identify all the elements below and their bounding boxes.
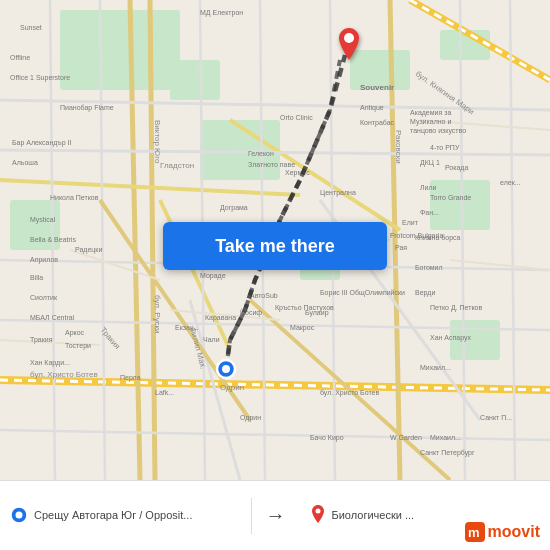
svg-text:Пианобар Flame: Пианобар Flame xyxy=(60,104,114,112)
svg-text:Макрос: Макрос xyxy=(290,324,315,332)
svg-text:Рокада: Рокада xyxy=(445,164,468,172)
svg-text:Рая: Рая xyxy=(395,244,407,251)
svg-text:бул. Христо Ботев: бул. Христо Ботев xyxy=(30,370,98,379)
svg-text:Sunset: Sunset xyxy=(20,24,42,31)
svg-text:Хан Карди...: Хан Карди... xyxy=(30,359,70,367)
svg-text:Фан...: Фан... xyxy=(420,209,439,216)
svg-text:танцово изкуство: танцово изкуство xyxy=(410,127,466,135)
svg-text:Тостери: Тостери xyxy=(65,342,91,350)
svg-text:Никола Петков: Никола Петков xyxy=(50,194,99,201)
svg-text:Перла: Перла xyxy=(120,374,141,382)
svg-text:Музикално и: Музикално и xyxy=(410,118,451,126)
svg-text:АвтоSub: АвтоSub xyxy=(250,292,278,299)
svg-text:Offline: Offline xyxy=(10,54,30,61)
svg-text:Mystical: Mystical xyxy=(30,216,56,224)
svg-point-120 xyxy=(222,365,230,373)
svg-text:Мораде: Мораде xyxy=(200,272,226,280)
svg-text:Радецки: Радецки xyxy=(75,246,102,254)
svg-text:Альоша: Альоша xyxy=(12,159,38,166)
svg-text:Лили: Лили xyxy=(420,184,437,191)
svg-text:Office 1 Superstore: Office 1 Superstore xyxy=(10,74,70,82)
svg-text:Аркос: Аркос xyxy=(65,329,85,337)
svg-text:Елит: Елит xyxy=(402,219,419,226)
svg-text:Lafk...: Lafk... xyxy=(155,389,174,396)
svg-text:Сиолтик: Сиолтик xyxy=(30,294,58,301)
svg-text:бул. Руски: бул. Руски xyxy=(153,295,162,334)
svg-text:ДКЦ 1: ДКЦ 1 xyxy=(420,159,440,167)
origin-label: Срещу Автогара Юг / Opposit... xyxy=(34,508,192,522)
take-me-there-button[interactable]: Take me there xyxy=(163,222,387,270)
destination-marker-icon xyxy=(310,505,326,527)
svg-text:Академия за: Академия за xyxy=(410,109,451,117)
svg-rect-3 xyxy=(170,60,220,100)
origin-section: Срещу Автогара Юг / Opposit... xyxy=(0,498,252,534)
origin-pin xyxy=(215,358,237,384)
svg-text:Хан Аспарух: Хан Аспарух xyxy=(430,334,472,342)
svg-text:Дограма: Дограма xyxy=(220,204,248,212)
svg-text:Бар Александър II: Бар Александър II xyxy=(12,139,71,147)
svg-text:4-то РПУ: 4-то РПУ xyxy=(430,144,460,151)
svg-point-118 xyxy=(344,33,354,43)
destination-pin xyxy=(335,28,363,68)
svg-text:Виктор Юго: Виктор Юго xyxy=(153,120,162,164)
svg-text:МД Електрон: МД Електрон xyxy=(200,9,243,17)
svg-text:Санкт П...: Санкт П... xyxy=(480,414,512,421)
svg-text:Antique: Antique xyxy=(360,104,384,112)
svg-text:Йосиф: Йосиф xyxy=(240,308,262,317)
svg-text:Каравана: Каравана xyxy=(205,314,236,322)
svg-text:Frotcom Bulgaria: Frotcom Bulgaria xyxy=(390,232,443,240)
svg-text:МБАЛ Central: МБАЛ Central xyxy=(30,314,75,321)
svg-text:Гладстон: Гладстон xyxy=(160,161,194,170)
svg-text:W Garden: W Garden xyxy=(390,434,422,441)
svg-text:елек...: елек... xyxy=(500,179,521,186)
svg-point-123 xyxy=(315,508,320,513)
svg-text:Централна: Централна xyxy=(320,189,356,197)
svg-text:Верди: Верди xyxy=(415,289,435,297)
svg-text:Bella & Beatris: Bella & Beatris xyxy=(30,236,76,243)
svg-text:Богомил: Богомил xyxy=(415,264,443,271)
svg-text:Петко Д. Петков: Петко Д. Петков xyxy=(430,304,482,312)
svg-text:Бачо Киро: Бачо Киро xyxy=(310,434,344,442)
svg-text:бул. Христо Ботев: бул. Христо Ботев xyxy=(320,389,379,397)
svg-text:Раковски: Раковски xyxy=(394,130,403,164)
svg-text:Екзак...: Екзак... xyxy=(175,324,199,331)
svg-text:Torro Grande: Torro Grande xyxy=(430,194,471,201)
svg-text:Souvenir: Souvenir xyxy=(360,83,394,92)
moovit-text: moovit xyxy=(488,523,540,541)
destination-label: Биологически ... xyxy=(332,508,415,522)
svg-rect-1 xyxy=(60,10,180,90)
svg-text:Тракия: Тракия xyxy=(30,336,53,344)
svg-text:Одрин: Одрин xyxy=(220,383,244,392)
svg-text:m: m xyxy=(468,525,480,540)
svg-text:Михаил...: Михаил... xyxy=(420,364,451,371)
map-container: бул. Княгиня Мари бул. Христо Ботев Викт… xyxy=(0,0,550,480)
svg-text:Контрабас: Контрабас xyxy=(360,119,395,127)
svg-text:Хермес: Хермес xyxy=(285,169,310,177)
svg-point-122 xyxy=(16,511,23,518)
svg-text:Одрин: Одрин xyxy=(240,414,261,422)
moovit-logo: m moovit xyxy=(465,522,540,542)
svg-text:Orto Clinic: Orto Clinic xyxy=(280,114,313,121)
svg-text:Златното паве: Златното паве xyxy=(248,161,295,168)
bus-stop-icon xyxy=(10,506,28,526)
svg-rect-8 xyxy=(430,180,490,230)
svg-text:Булаир: Булаир xyxy=(305,309,329,317)
arrow-divider: → xyxy=(252,504,300,527)
svg-text:Борис III ОбщОлимпийски: Борис III ОбщОлимпийски xyxy=(320,289,405,297)
svg-text:Михаил...: Михаил... xyxy=(430,434,461,441)
svg-text:Чали: Чали xyxy=(203,336,220,343)
svg-text:Гелекон: Гелекон xyxy=(248,150,274,157)
svg-text:Billa: Billa xyxy=(30,274,43,281)
svg-text:Санкт Петербург: Санкт Петербург xyxy=(420,449,475,457)
svg-text:Априлов: Априлов xyxy=(30,256,58,264)
bottom-bar: Срещу Автогара Юг / Opposit... → Биологи… xyxy=(0,480,550,550)
